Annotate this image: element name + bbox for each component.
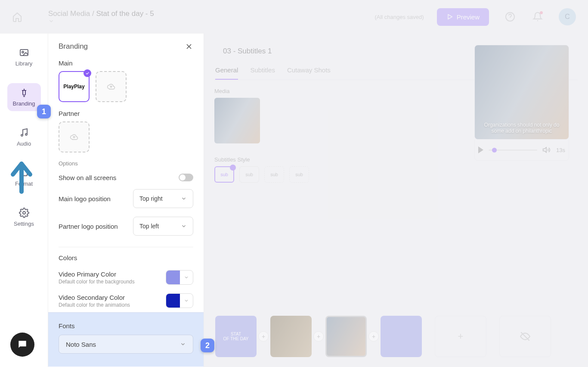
breadcrumb-folder: Social Media [48, 9, 90, 18]
close-icon[interactable] [185, 42, 193, 51]
help-icon[interactable] [504, 10, 517, 23]
secondary-color-picker[interactable] [166, 293, 193, 308]
play-icon[interactable] [478, 146, 483, 153]
partner-logo-label: Partner [59, 110, 193, 117]
show-all-screens-label: Show on all screens [59, 174, 116, 181]
add-slide-button[interactable]: + [313, 331, 324, 342]
volume-icon[interactable] [542, 146, 551, 154]
timeline-slide-1[interactable]: STAT OF THE DAY [215, 316, 257, 357]
preview-caption: Organizations should not only do some ad… [480, 122, 563, 134]
partner-logo-position-label: Partner logo position [59, 223, 129, 230]
primary-color-picker[interactable] [166, 270, 193, 285]
subtitle-style-1[interactable]: sub [214, 166, 234, 183]
colors-label: Colors [59, 254, 193, 261]
timeline-slide-4[interactable] [381, 316, 422, 357]
step-badge-2: 2 [201, 339, 214, 352]
panel-title: Branding [59, 42, 88, 51]
step-badge-1: 1 [37, 105, 51, 118]
svg-point-3 [22, 51, 24, 53]
tab-cutaway[interactable]: Cutaway Shots [287, 66, 331, 80]
timeline-slide-3[interactable] [325, 316, 367, 357]
breadcrumb[interactable]: Social Media / Stat of the day - 5 [48, 9, 158, 24]
main-logo-slot[interactable]: PlayPlay [59, 71, 90, 102]
save-status: (All changes saved) [374, 14, 424, 20]
subtitle-style-3[interactable]: sub [264, 166, 284, 183]
add-slide-big[interactable]: + [435, 316, 486, 357]
partner-logo-position-select[interactable]: Top left [133, 217, 193, 236]
primary-color-sub: Default color for the backgrounds [59, 279, 161, 285]
nav-library[interactable]: Library [7, 43, 41, 71]
show-all-screens-toggle[interactable] [179, 174, 193, 181]
seek-bar[interactable] [489, 149, 537, 151]
chat-fab[interactable] [10, 333, 34, 357]
breadcrumb-name: Stat of the day - 5 [96, 9, 154, 18]
check-icon [84, 69, 91, 77]
nav-audio[interactable]: Audio [7, 123, 41, 151]
timeline-slide-2[interactable] [270, 316, 312, 357]
hidden-slide[interactable] [499, 316, 551, 357]
main-logo-label: Main [59, 59, 193, 67]
add-main-logo[interactable] [96, 71, 127, 102]
chevron-down-icon[interactable] [48, 18, 158, 24]
main-logo-position-select[interactable]: Top right [133, 189, 193, 208]
home-icon[interactable] [12, 12, 22, 22]
left-nav: Library Branding Audio Format Settings [0, 34, 48, 367]
avatar[interactable]: C [559, 8, 576, 25]
secondary-color-label: Video Secondary Color [59, 294, 161, 301]
timeline: STAT OF THE DAY + + + + [215, 314, 578, 359]
add-partner-logo[interactable] [59, 121, 90, 152]
svg-point-4 [21, 134, 23, 136]
video-preview[interactable]: Organizations should not only do some ad… [474, 45, 569, 140]
preview-button[interactable]: Preview [437, 8, 489, 26]
primary-color-label: Video Primary Color [59, 271, 161, 278]
svg-point-7 [23, 211, 25, 214]
svg-point-5 [25, 134, 27, 135]
tab-general[interactable]: General [215, 66, 238, 80]
subtitle-style-4[interactable]: sub [289, 166, 309, 183]
main-logo-position-label: Main logo position [59, 195, 129, 202]
tab-subtitles[interactable]: Subtitles [250, 66, 275, 80]
add-slide-button[interactable]: + [258, 331, 269, 342]
svg-marker-0 [448, 15, 452, 19]
nav-settings[interactable]: Settings [7, 203, 41, 231]
secondary-color-sub: Default color for the animations [59, 302, 161, 308]
add-slide-button[interactable]: + [368, 331, 379, 342]
arrow-annotation [4, 155, 39, 194]
subtitle-style-2[interactable]: sub [239, 166, 259, 183]
branding-panel: Branding Main PlayPlay Partner Options S… [48, 34, 204, 367]
nav-branding[interactable]: Branding [7, 83, 41, 111]
media-thumbnail[interactable] [214, 98, 260, 143]
options-label: Options [59, 160, 193, 167]
fonts-label: Fonts [59, 322, 193, 330]
duration: 13s [556, 147, 565, 153]
bell-icon[interactable] [531, 10, 544, 23]
font-select[interactable]: Noto Sans [59, 335, 193, 354]
